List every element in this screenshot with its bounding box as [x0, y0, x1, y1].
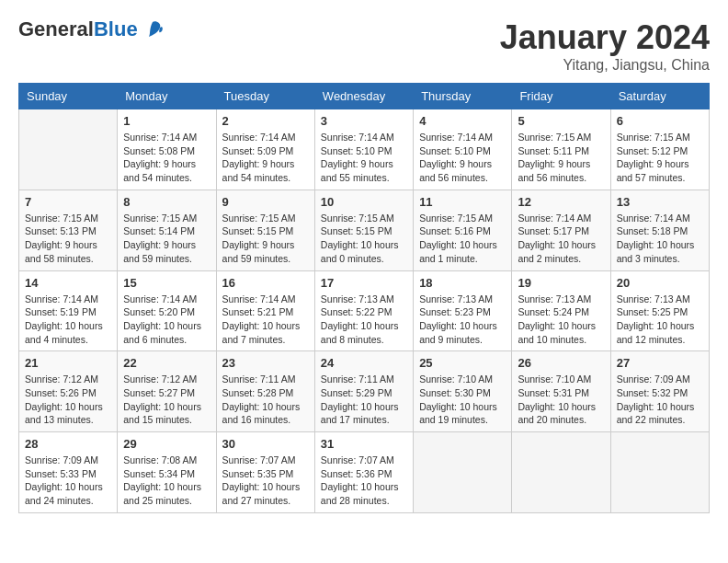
calendar-cell: 28Sunrise: 7:09 AMSunset: 5:33 PMDayligh… — [19, 432, 118, 513]
day-info: Sunrise: 7:14 AMSunset: 5:18 PMDaylight:… — [617, 212, 703, 266]
day-number: 30 — [222, 437, 309, 451]
day-info: Sunrise: 7:10 AMSunset: 5:30 PMDaylight:… — [419, 373, 506, 427]
calendar-cell: 2Sunrise: 7:14 AMSunset: 5:09 PMDaylight… — [216, 109, 314, 190]
calendar-cell: 12Sunrise: 7:14 AMSunset: 5:17 PMDayligh… — [512, 190, 610, 270]
day-info: Sunrise: 7:11 AMSunset: 5:28 PMDaylight:… — [222, 373, 309, 427]
calendar-cell: 8Sunrise: 7:15 AMSunset: 5:14 PMDaylight… — [118, 190, 216, 270]
logo-bird-icon — [142, 20, 164, 39]
calendar-cell: 30Sunrise: 7:07 AMSunset: 5:35 PMDayligh… — [216, 432, 314, 513]
calendar-cell: 26Sunrise: 7:10 AMSunset: 5:31 PMDayligh… — [512, 351, 610, 432]
calendar-week-row: 7Sunrise: 7:15 AMSunset: 5:13 PMDaylight… — [19, 190, 710, 270]
day-number: 28 — [25, 437, 111, 451]
day-number: 19 — [518, 276, 604, 290]
calendar-week-row: 1Sunrise: 7:14 AMSunset: 5:08 PMDaylight… — [19, 109, 710, 190]
calendar-week-row: 28Sunrise: 7:09 AMSunset: 5:33 PMDayligh… — [19, 432, 710, 513]
day-number: 18 — [419, 276, 506, 290]
day-info: Sunrise: 7:12 AMSunset: 5:27 PMDaylight:… — [123, 373, 210, 427]
day-number: 9 — [222, 195, 309, 209]
calendar-cell: 15Sunrise: 7:14 AMSunset: 5:20 PMDayligh… — [118, 270, 216, 351]
day-number: 4 — [419, 114, 506, 128]
day-info: Sunrise: 7:14 AMSunset: 5:20 PMDaylight:… — [123, 293, 210, 347]
weekday-header-thursday: Thursday — [414, 84, 512, 109]
day-info: Sunrise: 7:13 AMSunset: 5:25 PMDaylight:… — [617, 293, 703, 347]
day-info: Sunrise: 7:15 AMSunset: 5:14 PMDaylight:… — [123, 212, 210, 266]
day-number: 11 — [419, 195, 506, 209]
calendar-cell: 7Sunrise: 7:15 AMSunset: 5:13 PMDaylight… — [19, 190, 118, 270]
day-info: Sunrise: 7:12 AMSunset: 5:26 PMDaylight:… — [25, 373, 111, 427]
day-number: 8 — [123, 195, 210, 209]
day-info: Sunrise: 7:13 AMSunset: 5:24 PMDaylight:… — [518, 293, 604, 347]
day-info: Sunrise: 7:15 AMSunset: 5:15 PMDaylight:… — [321, 212, 407, 266]
calendar-cell: 9Sunrise: 7:15 AMSunset: 5:15 PMDaylight… — [216, 190, 314, 270]
weekday-header-wednesday: Wednesday — [314, 84, 413, 109]
calendar-cell: 25Sunrise: 7:10 AMSunset: 5:30 PMDayligh… — [414, 351, 512, 432]
calendar-cell: 22Sunrise: 7:12 AMSunset: 5:27 PMDayligh… — [118, 351, 216, 432]
day-number: 5 — [518, 114, 604, 128]
calendar-cell: 5Sunrise: 7:15 AMSunset: 5:11 PMDaylight… — [512, 109, 610, 190]
calendar-table: SundayMondayTuesdayWednesdayThursdayFrid… — [18, 83, 710, 513]
calendar-cell: 10Sunrise: 7:15 AMSunset: 5:15 PMDayligh… — [314, 190, 413, 270]
weekday-header-tuesday: Tuesday — [216, 84, 314, 109]
logo: GeneralBlue — [18, 18, 164, 40]
day-info: Sunrise: 7:10 AMSunset: 5:31 PMDaylight:… — [518, 373, 604, 427]
day-number: 2 — [222, 114, 309, 128]
day-number: 25 — [419, 356, 506, 370]
calendar-cell: 23Sunrise: 7:11 AMSunset: 5:28 PMDayligh… — [216, 351, 314, 432]
day-number: 27 — [617, 356, 703, 370]
day-info: Sunrise: 7:13 AMSunset: 5:22 PMDaylight:… — [321, 293, 407, 347]
day-info: Sunrise: 7:11 AMSunset: 5:29 PMDaylight:… — [321, 373, 407, 427]
calendar-cell: 13Sunrise: 7:14 AMSunset: 5:18 PMDayligh… — [610, 190, 709, 270]
calendar-cell: 16Sunrise: 7:14 AMSunset: 5:21 PMDayligh… — [216, 270, 314, 351]
day-number: 6 — [617, 114, 703, 128]
day-info: Sunrise: 7:09 AMSunset: 5:32 PMDaylight:… — [617, 373, 703, 427]
calendar-cell — [512, 432, 610, 513]
day-info: Sunrise: 7:15 AMSunset: 5:15 PMDaylight:… — [222, 212, 309, 266]
weekday-header-row: SundayMondayTuesdayWednesdayThursdayFrid… — [19, 84, 710, 109]
day-number: 31 — [321, 437, 407, 451]
weekday-header-monday: Monday — [118, 84, 216, 109]
calendar-cell: 1Sunrise: 7:14 AMSunset: 5:08 PMDaylight… — [118, 109, 216, 190]
location: Yitang, Jiangsu, China — [500, 57, 710, 74]
day-info: Sunrise: 7:09 AMSunset: 5:33 PMDaylight:… — [25, 454, 111, 508]
calendar-cell — [19, 109, 118, 190]
weekday-header-friday: Friday — [512, 84, 610, 109]
day-number: 24 — [321, 356, 407, 370]
day-info: Sunrise: 7:13 AMSunset: 5:23 PMDaylight:… — [419, 293, 506, 347]
calendar-cell: 31Sunrise: 7:07 AMSunset: 5:36 PMDayligh… — [314, 432, 413, 513]
logo-text: GeneralBlue — [18, 18, 138, 40]
calendar-cell: 20Sunrise: 7:13 AMSunset: 5:25 PMDayligh… — [610, 270, 709, 351]
day-number: 12 — [518, 195, 604, 209]
calendar-cell — [414, 432, 512, 513]
day-info: Sunrise: 7:14 AMSunset: 5:09 PMDaylight:… — [222, 131, 309, 185]
calendar-cell: 21Sunrise: 7:12 AMSunset: 5:26 PMDayligh… — [19, 351, 118, 432]
day-info: Sunrise: 7:15 AMSunset: 5:12 PMDaylight:… — [617, 131, 703, 185]
calendar-cell: 24Sunrise: 7:11 AMSunset: 5:29 PMDayligh… — [314, 351, 413, 432]
month-title: January 2024 — [500, 18, 710, 57]
page-header: GeneralBlue January 2024 Yitang, Jiangsu… — [18, 18, 710, 74]
calendar-cell: 14Sunrise: 7:14 AMSunset: 5:19 PMDayligh… — [19, 270, 118, 351]
day-info: Sunrise: 7:14 AMSunset: 5:10 PMDaylight:… — [419, 131, 506, 185]
calendar-cell: 18Sunrise: 7:13 AMSunset: 5:23 PMDayligh… — [414, 270, 512, 351]
logo-blue: Blue — [94, 17, 138, 40]
day-info: Sunrise: 7:07 AMSunset: 5:36 PMDaylight:… — [321, 454, 407, 508]
day-number: 17 — [321, 276, 407, 290]
calendar-week-row: 14Sunrise: 7:14 AMSunset: 5:19 PMDayligh… — [19, 270, 710, 351]
day-number: 20 — [617, 276, 703, 290]
calendar-cell: 17Sunrise: 7:13 AMSunset: 5:22 PMDayligh… — [314, 270, 413, 351]
day-number: 26 — [518, 356, 604, 370]
day-number: 16 — [222, 276, 309, 290]
day-number: 14 — [25, 276, 111, 290]
day-info: Sunrise: 7:07 AMSunset: 5:35 PMDaylight:… — [222, 454, 309, 508]
calendar-cell: 3Sunrise: 7:14 AMSunset: 5:10 PMDaylight… — [314, 109, 413, 190]
day-number: 1 — [123, 114, 210, 128]
day-info: Sunrise: 7:14 AMSunset: 5:10 PMDaylight:… — [321, 131, 407, 185]
day-number: 23 — [222, 356, 309, 370]
day-info: Sunrise: 7:14 AMSunset: 5:08 PMDaylight:… — [123, 131, 210, 185]
day-number: 21 — [25, 356, 111, 370]
weekday-header-sunday: Sunday — [19, 84, 118, 109]
calendar-cell: 11Sunrise: 7:15 AMSunset: 5:16 PMDayligh… — [414, 190, 512, 270]
day-number: 15 — [123, 276, 210, 290]
title-block: January 2024 Yitang, Jiangsu, China — [500, 18, 710, 74]
day-number: 3 — [321, 114, 407, 128]
day-info: Sunrise: 7:08 AMSunset: 5:34 PMDaylight:… — [123, 454, 210, 508]
